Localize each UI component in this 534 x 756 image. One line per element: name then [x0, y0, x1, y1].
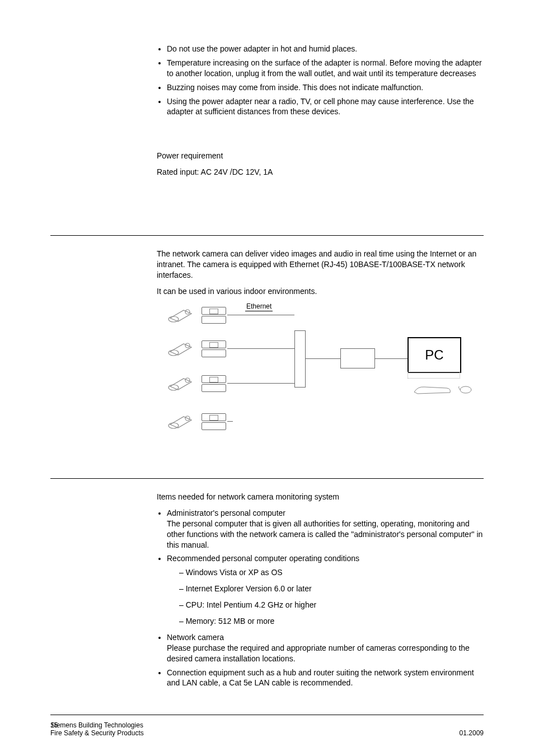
power-requirement-heading: Power requirement — [157, 151, 484, 161]
item-title: Administrator's personal computer — [167, 508, 285, 517]
sub-list: Windows Vista or XP as OS Internet Explo… — [167, 567, 484, 627]
item-title: Network camera — [167, 633, 224, 642]
camera-icon — [167, 412, 195, 431]
wire — [375, 358, 407, 359]
footer-left-1: Siemens Building Technologies — [50, 721, 143, 729]
sub-list-item: Internet Explorer Version 6.0 or later — [179, 584, 484, 594]
svg-point-8 — [460, 386, 471, 393]
page-footer: Siemens Building Technologies Fire Safet… — [50, 721, 484, 737]
wire — [227, 315, 294, 315]
network-diagram: Ethernet PC — [167, 302, 480, 448]
page: Do not use the power adapter in hot and … — [0, 0, 534, 756]
section-rule — [50, 235, 484, 236]
camera-icon — [167, 339, 195, 358]
list-item: Buzzing noises may come from inside. Thi… — [167, 82, 484, 93]
item-body: Please purchase the required and appropr… — [167, 643, 470, 663]
footer-right-date: 01.2009 — [460, 729, 484, 737]
main-content: Do not use the power adapter in hot and … — [157, 44, 484, 183]
switch-icon — [202, 307, 226, 324]
power-requirement-value: Rated input: AC 24V /DC 12V, 1A — [157, 167, 484, 178]
switch-icon — [202, 375, 226, 392]
sub-list-item: CPU: Intel Pentium 4.2 GHz or higher — [179, 600, 484, 610]
item-body: The personal computer that is given all … — [167, 519, 483, 549]
keyboard-icon — [413, 385, 452, 394]
wire — [306, 358, 340, 359]
sub-list-item: Windows Vista or XP as OS — [179, 567, 484, 578]
mouse-icon — [458, 385, 472, 394]
overview-section: The network camera can deliver video ima… — [157, 249, 484, 448]
wire — [227, 348, 294, 349]
item-body: Connection equipment such as a hub and r… — [167, 668, 474, 688]
router-icon — [340, 348, 375, 368]
items-heading: Items needed for network camera monitori… — [157, 492, 484, 502]
camera-icon — [167, 306, 195, 325]
pc-icon: PC — [407, 337, 461, 373]
overview-paragraph: It can be used in various indoor environ… — [157, 286, 484, 297]
item-title: Recommended personal computer operating … — [167, 554, 359, 563]
items-section: Items needed for network camera monitori… — [157, 492, 484, 692]
list-item: Administrator's personal computer The pe… — [167, 508, 484, 550]
list-item: Do not use the power adapter in hot and … — [167, 44, 484, 54]
top-bullet-list: Do not use the power adapter in hot and … — [157, 44, 484, 117]
items-list: Administrator's personal computer The pe… — [157, 508, 484, 688]
footer-rule — [50, 715, 484, 715]
sub-list-item: Memory: 512 MB or more — [179, 616, 484, 627]
list-item: Recommended personal computer operating … — [167, 553, 484, 626]
wire — [227, 383, 294, 384]
pc-base — [407, 372, 460, 379]
switch-icon — [202, 413, 226, 430]
overview-paragraph: The network camera can deliver video ima… — [157, 249, 484, 281]
list-item: Temperature increasing on the surface of… — [167, 58, 484, 79]
list-item: Using the power adapter near a radio, TV… — [167, 96, 484, 118]
switch-icon — [202, 340, 226, 357]
footer-left-2: Fire Safety & Security Products — [50, 729, 144, 737]
wire — [227, 421, 233, 422]
list-item: Network camera Please purchase the requi… — [167, 632, 484, 664]
section-rule — [50, 478, 484, 479]
hub-icon — [294, 330, 306, 388]
list-item: Connection equipment such as a hub and r… — [167, 668, 484, 689]
camera-icon — [167, 374, 195, 393]
ethernet-label: Ethernet — [245, 302, 273, 311]
